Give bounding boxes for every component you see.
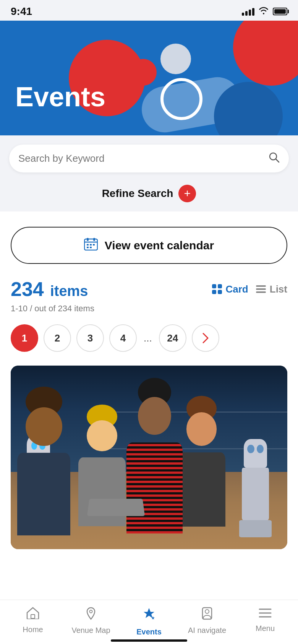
calendar-icon [84, 237, 98, 253]
page-button-4[interactable]: 4 [109, 324, 137, 352]
home-indicator [111, 639, 187, 642]
nav-menu-label: Menu [256, 624, 275, 633]
results-row: 234 items Card List [11, 278, 287, 301]
svg-rect-7 [90, 244, 92, 246]
event-scene [11, 366, 287, 549]
status-icons [242, 6, 287, 17]
bottom-nav: Home Venue Map Events AI navigate [0, 600, 298, 644]
list-label: List [270, 283, 287, 295]
svg-rect-8 [93, 244, 95, 246]
event-card[interactable] [11, 366, 287, 549]
card-view-toggle[interactable]: Card [212, 283, 248, 295]
page-title: Events [15, 81, 105, 112]
results-sub-label: 1-10 / out of 234 items [11, 304, 287, 314]
refine-plus-button[interactable]: + [178, 185, 196, 202]
svg-rect-5 [93, 238, 95, 241]
pagination-dots: ... [142, 332, 154, 344]
list-view-toggle[interactable]: List [256, 283, 287, 295]
svg-rect-10 [90, 247, 92, 248]
pagination-next-button[interactable] [192, 324, 219, 352]
svg-point-12 [90, 610, 92, 613]
events-icon [142, 607, 156, 624]
nav-venue-map[interactable]: Venue Map [68, 607, 114, 635]
status-time: 9:41 [11, 5, 32, 18]
content-area: View event calendar 234 items Card List … [0, 211, 298, 614]
calendar-btn-label: View event calendar [105, 239, 214, 252]
svg-rect-11 [31, 615, 35, 618]
page-button-3[interactable]: 3 [76, 324, 104, 352]
svg-point-14 [205, 610, 209, 613]
search-icon [268, 151, 280, 166]
results-count-group: 234 items [11, 278, 88, 301]
nav-menu[interactable]: Menu [242, 607, 288, 633]
wifi-icon [258, 6, 269, 17]
nav-ai-navigate-label: AI navigate [188, 626, 226, 635]
search-bar[interactable] [9, 145, 289, 172]
nav-events-label: Events [136, 628, 162, 636]
view-toggles: Card List [212, 283, 287, 295]
nav-events[interactable]: Events [126, 607, 172, 636]
results-count: 234 [11, 278, 44, 300]
refine-row: Refine Search + [0, 179, 298, 211]
pagination: 1 2 3 4 ... 24 [11, 324, 287, 352]
results-items-label: items [50, 283, 88, 299]
svg-rect-6 [87, 244, 89, 246]
home-icon [26, 607, 39, 622]
nav-home-label: Home [23, 625, 43, 634]
hero-banner: Events [0, 21, 298, 135]
page-button-1[interactable]: 1 [11, 324, 38, 352]
ai-navigate-icon [201, 607, 213, 623]
battery-icon [273, 8, 287, 15]
nav-ai-navigate[interactable]: AI navigate [184, 607, 230, 635]
signal-icon [242, 7, 254, 16]
card-grid-icon [212, 284, 222, 294]
event-card-image [11, 366, 287, 549]
venue-map-icon [85, 607, 97, 623]
card-label: Card [226, 283, 248, 295]
search-input[interactable] [18, 153, 264, 164]
status-bar: 9:41 [0, 0, 298, 21]
nav-home[interactable]: Home [10, 607, 56, 634]
list-lines-icon [256, 285, 266, 293]
refine-label: Refine Search [102, 187, 173, 200]
page-button-2[interactable]: 2 [44, 324, 71, 352]
svg-rect-9 [87, 247, 89, 248]
nav-venue-map-label: Venue Map [71, 626, 110, 635]
svg-line-1 [276, 159, 279, 162]
svg-rect-4 [87, 238, 89, 241]
page-button-last[interactable]: 24 [159, 324, 186, 352]
menu-icon [259, 607, 272, 621]
view-calendar-button[interactable]: View event calendar [11, 227, 287, 264]
search-area [0, 135, 298, 179]
